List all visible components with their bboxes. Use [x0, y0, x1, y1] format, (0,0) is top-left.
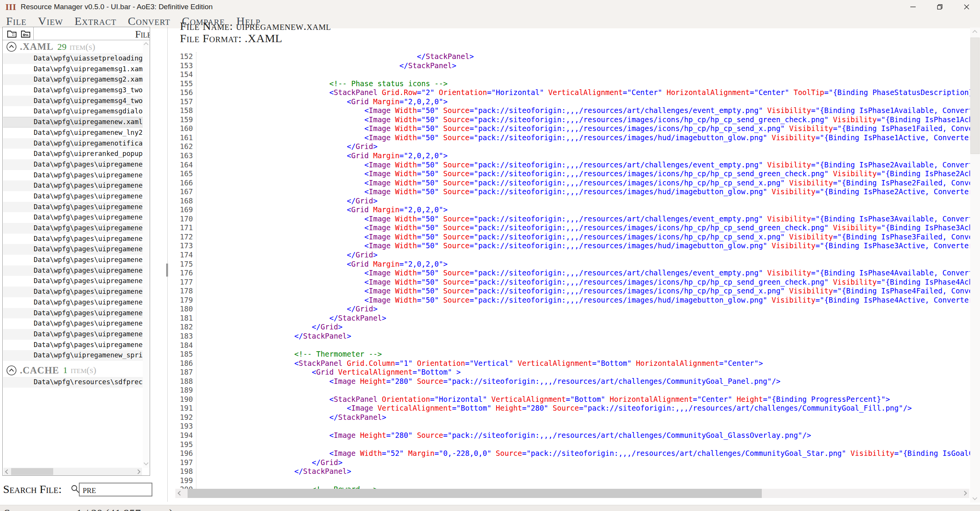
code-text: <Image Width="50" Source="pack://siteofo… — [207, 278, 971, 287]
close-button[interactable] — [953, 0, 980, 14]
scroll-up-icon — [144, 42, 149, 47]
file-list-item[interactable]: Data\wpfg\pages\uipregamene — [3, 318, 143, 329]
menu-item-extract[interactable]: Extract — [75, 15, 116, 27]
code-line: 154 — [168, 70, 971, 79]
code-line: 166 <Image Width="50" Source="pack://sit… — [168, 179, 971, 188]
group-name: .CACHE — [20, 365, 59, 376]
file-column-header[interactable]: File — [135, 29, 150, 40]
file-list-item[interactable]: Data\wpfg\pages\uipregamene — [3, 329, 143, 340]
code-text: <Image Height="280" Source="pack://siteo… — [207, 431, 811, 440]
splitter-handle[interactable] — [166, 264, 168, 277]
search-file-input[interactable] — [79, 483, 152, 496]
file-list-item[interactable]: Data\wpfg\pages\uipregamene — [3, 223, 143, 234]
minimize-button[interactable] — [900, 0, 926, 14]
code-line: 196 <Image Width="52" Margin="0,-228,0,0… — [168, 449, 971, 458]
code-line: 163 <Grid Margin="2,0,2,0"> — [168, 151, 971, 161]
group-count: 29 — [57, 42, 67, 52]
code-line: 153 </StackPanel> — [168, 61, 971, 70]
scrollbar-thumb[interactable] — [188, 489, 762, 498]
code-line: 184 — [168, 341, 971, 350]
line-number: 190 — [168, 395, 193, 404]
code-text: <Grid Margin="2,0,2,0"> — [207, 260, 448, 269]
file-list-item[interactable]: Data\wpfg\pages\uipregamene — [3, 265, 143, 276]
file-list-item[interactable]: Data\wpfg\pages\uipregamene — [3, 191, 143, 202]
toolbar-separator — [33, 27, 34, 40]
line-number: 178 — [168, 287, 193, 296]
code-text: <Image Width="50" Source="pack://siteofo… — [207, 233, 971, 242]
code-text: </Grid> — [207, 197, 377, 206]
line-number: 163 — [168, 151, 193, 161]
file-list-item[interactable]: Data\wpfg\pages\uipregamene — [3, 255, 143, 265]
collapse-chevron-icon[interactable] — [6, 365, 17, 376]
file-list-item[interactable]: Data\wpfg\uipregamemsgdialo — [3, 106, 143, 117]
file-list-item[interactable]: Data\wpfg\pages\uipregamene — [3, 170, 143, 181]
line-number: 154 — [168, 70, 193, 79]
file-list-item[interactable]: Data\wpfg\uipregamenew_spri — [3, 350, 143, 361]
folder-files-icon — [7, 29, 17, 38]
scrollbar-thumb[interactable] — [11, 468, 53, 475]
code-line: 155 <!-- Phase status icons --> — [168, 79, 971, 88]
file-list-item[interactable]: Data\wpfg\pages\uipregamene — [3, 202, 143, 213]
code-line: 156 <StackPanel Grid.Row="2" Orientation… — [168, 88, 971, 97]
file-list-item[interactable]: Data\wpfg\uipregamemsg3_two — [3, 85, 143, 96]
xaml-code-view[interactable]: 152 </StackPanel>153 </StackPanel>154155… — [168, 52, 971, 498]
file-list-item[interactable]: Data\wpfg\pages\uipregamene — [3, 287, 143, 297]
line-number: 198 — [168, 467, 193, 476]
file-list-item[interactable]: Data\wpfg\uipregamenew_lny2 — [3, 128, 143, 138]
menu-item-view[interactable]: View — [38, 15, 63, 27]
code-text: </Grid> — [207, 458, 343, 467]
line-number: 197 — [168, 458, 193, 467]
file-list-item[interactable]: Data\wpfg\pages\uipregamene — [3, 180, 143, 191]
scroll-up-icon — [972, 30, 977, 35]
file-list-item[interactable]: Data\wpfg\pages\uipregamene — [3, 340, 143, 350]
code-text: </Grid> — [207, 251, 377, 260]
line-number: 164 — [168, 161, 193, 170]
code-text: </StackPanel> — [207, 61, 456, 70]
file-list-item[interactable]: Data\wpfg\pages\uipregamene — [3, 234, 143, 244]
file-list-item[interactable]: Data\wpfg\resources\sdfprec — [3, 377, 143, 388]
code-text: </Grid> — [207, 142, 377, 151]
search-row: Search File: — [3, 482, 164, 499]
code-line: 185 <!-- Thermometer --> — [168, 350, 971, 359]
file-list-item[interactable]: Data\wpfg\pages\uipregamene — [3, 212, 143, 223]
file-list-item[interactable]: Data\wpfg\pages\uipregamene — [3, 297, 143, 308]
file-list-item[interactable]: Data\wpfg\pages\uipregamene — [3, 308, 143, 319]
file-name-line: File Name: uipregamenew.xaml — [180, 20, 331, 32]
editor-horizontal-scrollbar[interactable] — [175, 489, 969, 498]
window-title: Resource Manager v0.5.0 - UI.bar - AoE3:… — [21, 3, 213, 11]
scrollbar-thumb[interactable] — [970, 38, 980, 154]
line-number: 156 — [168, 88, 193, 97]
file-list-item[interactable]: Data\wpfg\uipregamemsg1.xam — [3, 64, 143, 75]
file-list-item[interactable]: Data\wpfg\pages\uipregamene — [3, 276, 143, 287]
editor-vertical-scrollbar[interactable] — [970, 28, 980, 503]
collapse-chevron-icon[interactable] — [6, 41, 17, 52]
file-list-item[interactable]: Data\wpfg\pages\uipregamene — [3, 244, 143, 255]
scroll-down-icon — [972, 495, 977, 500]
file-list-item[interactable]: Data\wpfg\uipregamenotifica — [3, 138, 143, 149]
line-number: 172 — [168, 233, 193, 242]
open-keyed-archive-button[interactable] — [20, 28, 32, 39]
group-header-xaml[interactable]: .XAML29item(s) — [3, 40, 143, 53]
file-list-item[interactable]: Data\wpfg\uipregamemsg2.xam — [3, 74, 143, 85]
code-text: <Image Width="50" Source="pack://siteofo… — [207, 269, 971, 278]
code-line: 181 </StackPanel> — [168, 314, 971, 323]
menu-item-convert[interactable]: Convert — [128, 15, 170, 27]
sidebar-vertical-scrollbar[interactable] — [143, 41, 150, 468]
file-list-item[interactable]: Data\wpfg\uiassetpreloading — [3, 53, 143, 64]
group-header-cache[interactable]: .CACHE1item(s) — [3, 364, 143, 377]
file-list-item-selected[interactable]: Data\wpfg\uipregamenew.xaml — [3, 117, 143, 128]
code-line: 168 </Grid> — [168, 197, 971, 206]
restore-button[interactable] — [926, 0, 953, 14]
file-list-item[interactable]: Data\wpfg\uipregamemsg4_two — [3, 96, 143, 106]
menu-item-file[interactable]: File — [6, 15, 26, 27]
code-line: 193 — [168, 422, 971, 431]
window-controls — [900, 0, 980, 14]
open-archive-button[interactable] — [6, 28, 18, 39]
file-list-item[interactable]: Data\wpfg\uipreranked_popup — [3, 149, 143, 159]
resource-manager-window: III Resource Manager v0.5.0 - UI.bar - A… — [0, 0, 980, 511]
code-line: 158 <Image Width="50" Source="pack://sit… — [168, 106, 971, 115]
close-icon — [963, 3, 970, 10]
file-list-item[interactable]: Data\wpfg\pages\uipregamene — [3, 159, 143, 170]
line-number: 179 — [168, 296, 193, 305]
sidebar-horizontal-scrollbar[interactable] — [3, 468, 142, 475]
